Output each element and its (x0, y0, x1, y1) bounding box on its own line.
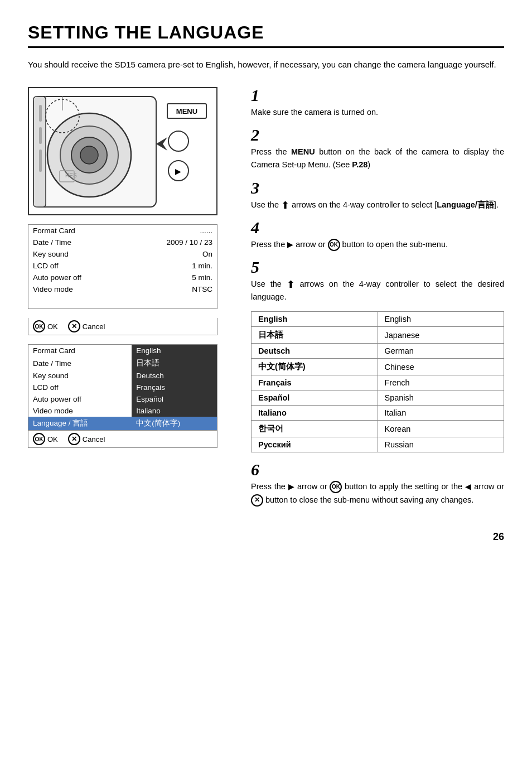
lang-table-row: 日本語Japanese (252, 327, 504, 344)
cancel-label: Cancel (83, 322, 105, 331)
menu-table-1: Format Card......Date / Time2009 / 10 / … (28, 224, 217, 309)
lang-name: Français (252, 375, 378, 390)
svg-text:RES: RES (65, 172, 77, 179)
step-3-number: 3 (251, 180, 504, 196)
intro-text: You should receive the SD15 camera pre-s… (28, 58, 504, 71)
menu-row-value: On (130, 248, 217, 260)
lang-table-row: 한국어Korean (252, 421, 504, 437)
language-table: EnglishEnglish日本語JapaneseDeutschGerman中文… (251, 311, 504, 452)
menu-row-label: Auto power off (28, 272, 130, 283)
svg-text:MENU: MENU (176, 107, 197, 115)
menu2-row-label: Format Card (28, 345, 132, 357)
lang-table-row: EnglishEnglish (252, 312, 504, 327)
menu2-row-submenu: 中文(简体字) (132, 417, 217, 431)
lang-name: Español (252, 390, 378, 406)
lang-translation: Chinese (378, 359, 504, 375)
lang-translation: Spanish (378, 390, 504, 406)
lang-name: Deutsch (252, 344, 378, 359)
lang-table-row: FrançaisFrench (252, 375, 504, 390)
ok-label: OK (47, 322, 58, 331)
svg-marker-16 (156, 137, 167, 151)
svg-rect-9 (39, 127, 42, 144)
menu-footer-2: OK OK ✕ Cancel (28, 431, 217, 448)
lang-name: English (252, 312, 378, 327)
menu-row-label: Key sound (28, 248, 130, 260)
menu2-row-label: LCD off (28, 382, 132, 393)
step-5-text: Use the ⬆ arrows on the 4-way controller… (251, 278, 504, 303)
menu-row-label: LCD off (28, 260, 130, 272)
svg-rect-8 (39, 105, 42, 122)
menu2-row-label: Language / 言語 (28, 417, 132, 431)
lang-translation: French (378, 375, 504, 390)
menu2-row-label: Key sound (28, 370, 132, 382)
menu2-row-submenu: 日本語 (132, 356, 217, 370)
lang-table-row: ItalianoItalian (252, 406, 504, 421)
menu-row-value: 1 min. (130, 260, 217, 272)
lang-translation: Russian (378, 437, 504, 452)
step-4-number: 4 (251, 219, 504, 236)
lang-translation: Korean (378, 421, 504, 437)
step-6-text: Press the ▶ arrow or OK button to apply … (251, 480, 504, 506)
lang-name: Italiano (252, 406, 378, 421)
lang-table-row: РусскийRussian (252, 437, 504, 452)
lang-translation: German (378, 344, 504, 359)
menu2-row-submenu: Français (132, 382, 217, 393)
menu2-row-submenu: Deutsch (132, 370, 217, 382)
cancel-icon: ✕ (68, 320, 80, 332)
step-2-text: Press the MENU button on the back of the… (251, 146, 504, 171)
step-6-number: 6 (251, 461, 504, 478)
ok-label-2: OK (47, 435, 58, 443)
lang-table-row: EspañolSpanish (252, 390, 504, 406)
lang-translation: English (378, 312, 504, 327)
step-1-number: 1 (251, 87, 504, 104)
ok-icon-2: OK (33, 433, 45, 445)
lang-translation: Italian (378, 406, 504, 421)
svg-text:▶: ▶ (175, 167, 181, 176)
menu2-row-submenu: Español (132, 393, 217, 405)
menu-row-label: Video mode (28, 283, 130, 295)
camera-illustration: MENU ▶ RES (28, 87, 217, 215)
menu-row-value: ...... (130, 225, 217, 237)
cancel-button-area-2: ✕ Cancel (68, 433, 105, 445)
svg-point-13 (168, 131, 188, 151)
lang-name: Русский (252, 437, 378, 452)
lang-name: 한국어 (252, 421, 378, 437)
svg-rect-10 (39, 150, 42, 172)
title-divider (28, 46, 504, 48)
ok-button-area-2: OK OK (33, 433, 58, 445)
menu2-row-submenu: English (132, 345, 217, 357)
ok-button-area: OK OK (33, 320, 58, 332)
menu-row-label: Format Card (28, 225, 130, 237)
ok-icon: OK (33, 320, 45, 332)
menu-row-value: 5 min. (130, 272, 217, 283)
cancel-button-area: ✕ Cancel (68, 320, 105, 332)
menu-row-value: NTSC (130, 283, 217, 295)
menu2-row-label: Video mode (28, 405, 132, 417)
cancel-label-2: Cancel (83, 435, 105, 443)
lang-name: 日本語 (252, 327, 378, 344)
menu-row-value: 2009 / 10 / 23 (130, 237, 217, 248)
step-3-text: Use the ⬆ arrows on the 4-way controller… (251, 199, 504, 211)
lang-table-row: DeutschGerman (252, 344, 504, 359)
menu-footer-1: OK OK ✕ Cancel (28, 318, 217, 335)
menu2-row-label: Date / Time (28, 356, 132, 370)
step-1-text: Make sure the camera is turned on. (251, 106, 504, 119)
cancel-icon-2: ✕ (68, 433, 80, 445)
page-title: SETTING THE LANGUAGE (28, 22, 504, 43)
menu-table-2: Format CardEnglishDate / Time日本語Key soun… (28, 344, 217, 431)
menu-row-value: English (130, 295, 217, 309)
main-layout: MENU ▶ RES Format Card......Date / Time2… (28, 87, 504, 514)
left-column: MENU ▶ RES Format Card......Date / Time2… (28, 87, 234, 514)
step-2-number: 2 (251, 127, 504, 143)
menu2-row-label: Auto power off (28, 393, 132, 405)
lang-name: 中文(简体字) (252, 359, 378, 375)
menu-row-label: Date / Time (28, 237, 130, 248)
lang-table-row: 中文(简体字)Chinese (252, 359, 504, 375)
right-column: 1 Make sure the camera is turned on. 2 P… (251, 87, 504, 514)
svg-point-4 (80, 146, 98, 164)
menu-row-label: Language / 言語 (28, 295, 130, 309)
menu2-row-submenu: Italiano (132, 405, 217, 417)
step-4-text: Press the ▶ arrow or OK button to open t… (251, 238, 504, 251)
page-number: 26 (28, 531, 504, 543)
lang-translation: Japanese (378, 327, 504, 344)
